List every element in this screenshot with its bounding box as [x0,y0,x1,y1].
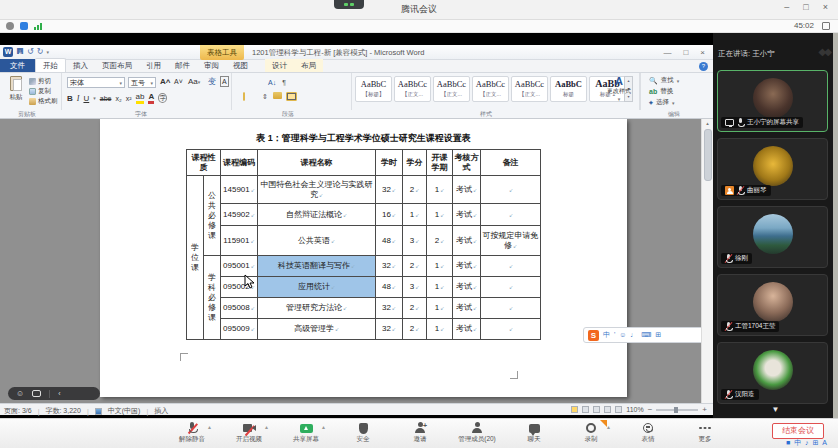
borders-icon[interactable] [286,92,297,101]
format-painter-button[interactable]: 格式刷 [29,97,58,106]
tab-layout[interactable]: 布局 [294,59,323,72]
character-border-icon[interactable]: A [220,76,229,87]
tab-page-layout[interactable]: 页面布局 [95,59,139,72]
draft-view-icon[interactable] [615,406,622,413]
sort-icon[interactable]: A↓ [267,78,277,87]
sidebar-scrollbar[interactable] [833,33,838,418]
print-layout-view-icon[interactable] [571,406,578,413]
tab-design[interactable]: 设计 [265,59,294,72]
tab-review[interactable]: 审阅 [197,59,226,72]
word-vertical-scrollbar[interactable]: ▴ [701,119,713,403]
help-icon[interactable]: ? [699,62,708,71]
shrink-font-icon[interactable]: A˅ [174,76,183,87]
change-case-icon[interactable]: Aa▾ [188,76,200,88]
style-item[interactable]: AaBbCc【正文... [511,76,548,102]
word-count[interactable]: 字数: 3,220 [45,406,80,416]
sogou-input-bar[interactable]: S 中 ' ☺ ♩ ⌨ ⊞ [583,327,707,343]
strikethrough-icon[interactable]: abe [100,93,112,104]
qat-dropdown-icon[interactable]: ▾ [46,49,49,55]
style-item[interactable]: AaBbCc【正文... [394,76,431,102]
phonetic-guide-icon[interactable]: 变 [208,76,216,87]
tab-insert[interactable]: 插入 [66,59,95,72]
zoom-out-icon[interactable]: − [648,406,653,413]
decrease-indent-icon[interactable] [255,78,257,87]
audio-device-icon[interactable] [20,22,28,30]
superscript-icon[interactable]: x² [126,93,132,104]
save-icon[interactable]: 🖪 [16,47,24,57]
minimize-icon[interactable]: – [784,2,789,12]
participant-tile[interactable]: 工管1704王莹 [717,274,828,336]
fullscreen-icon[interactable] [822,22,830,30]
tab-file[interactable]: 文件 [0,59,35,72]
line-spacing-icon[interactable]: ⇕ [261,92,269,101]
unmute-button[interactable]: 解除静音▲ [170,421,214,444]
subscript-icon[interactable]: x₂ [115,93,121,104]
sogou-logo-icon[interactable]: S [588,330,599,341]
scroll-up-icon[interactable]: ▴ [702,119,713,128]
align-center-icon[interactable] [243,92,245,101]
tab-view[interactable]: 视图 [226,59,255,72]
word-logo-icon[interactable]: W [3,47,13,57]
participant-tile[interactable]: 王小宁的屏幕共享 [717,70,828,132]
outline-view-icon[interactable] [604,406,611,413]
close-icon[interactable]: × [823,2,828,12]
style-item[interactable]: AaBbCc【正文... [433,76,470,102]
underline-icon[interactable]: U [83,93,89,104]
maximize-icon[interactable]: □ [803,2,808,12]
participant-tile[interactable]: 汉阳造 [717,342,828,404]
tab-mailings[interactable]: 邮件 [168,59,197,72]
enclose-characters-icon[interactable]: 字 [158,93,167,103]
tab-home[interactable]: 开始 [35,58,66,72]
start-video-button[interactable]: 开启视频▲ [227,421,271,444]
font-name-combobox[interactable]: 宋体▾ [67,77,125,88]
end-meeting-button[interactable]: 结束会议 [772,423,824,439]
style-item[interactable]: AaBbCc【正文... [472,76,509,102]
info-icon[interactable] [6,22,14,30]
pilcrow-icon[interactable]: ¶ [281,78,287,87]
zoom-slider[interactable] [656,409,698,411]
fullscreen-reading-view-icon[interactable] [582,406,589,413]
align-right-icon[interactable] [249,92,251,101]
chat-bubble-icon[interactable] [32,390,41,397]
invite-button[interactable]: + 邀请 [398,421,442,444]
font-size-combobox[interactable]: 五号▾ [128,77,156,88]
redo-icon[interactable]: ↻ [37,47,44,57]
scroll-down-arrow-icon[interactable]: ▼ [713,405,838,414]
page-indicator[interactable]: 页面: 3/6 [4,406,32,416]
bold-icon[interactable]: B [67,93,73,104]
tab-references[interactable]: 引用 [139,59,168,72]
emoji-icon[interactable]: ☺ [16,387,24,400]
copy-button[interactable]: 复制 [29,87,51,96]
chat-button[interactable]: 聊天 [512,421,556,444]
quick-reaction-pill[interactable]: ☺ ‹ [8,387,100,400]
paste-button[interactable]: 粘贴 [5,76,27,106]
numbering-icon[interactable] [243,78,245,87]
participant-tile[interactable]: 曲丽琴 [717,138,828,200]
style-item[interactable]: AaBbC标题 [550,76,587,102]
spellcheck-icon[interactable] [95,408,102,415]
web-layout-view-icon[interactable] [593,406,600,413]
reactions-button[interactable]: 表情 [626,421,670,444]
more-button[interactable]: 更多 [683,421,727,444]
replace-button[interactable]: ab替换 [649,87,673,96]
system-tray-icons[interactable]: ■ 中 ♪ ⊞ A [786,438,828,448]
bullets-icon[interactable] [237,78,239,87]
font-color-icon[interactable]: A [148,93,154,104]
grow-font-icon[interactable]: A˄ [160,76,170,87]
change-styles-button[interactable]: A 更改样式▾ [605,75,633,102]
document-page[interactable]: 表 1：管理科学与工程学术学位硕士研究生课程设置表 课程性质 课程编码 课程名称… [100,119,627,397]
sogou-tool-icons[interactable]: 中 ' ☺ ♩ ⌨ ⊞ [603,330,662,340]
cut-button[interactable]: 剪切 [29,77,51,86]
italic-icon[interactable]: I [77,93,80,104]
manage-members-button[interactable]: 管理成员(20) [455,421,499,444]
language-indicator[interactable]: 中文(中国) [108,406,141,416]
chevron-up-icon[interactable]: ▲ [207,424,212,430]
security-button[interactable]: 安全 [341,421,385,444]
zoom-in-icon[interactable]: + [702,406,707,413]
increase-indent-icon[interactable] [261,78,263,87]
insert-mode-indicator[interactable]: 插入 [154,406,168,416]
text-highlight-icon[interactable]: ab [136,93,145,104]
word-restore-icon[interactable]: □ [683,48,688,57]
justify-icon[interactable] [255,92,257,101]
record-button[interactable]: 录制▲ [569,421,613,444]
